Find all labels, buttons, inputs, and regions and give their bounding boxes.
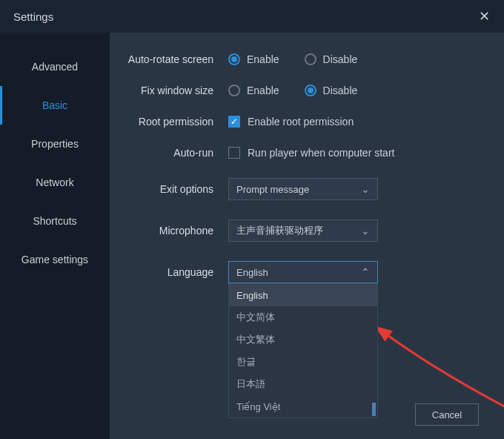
main-area: Advanced Basic Properties Network Shortc… <box>0 33 504 439</box>
tab-network[interactable]: Network <box>0 163 110 202</box>
radio-fix-window-enable[interactable]: Enable <box>228 85 279 96</box>
row-autorun: Auto-run Run player when computer start <box>117 147 479 159</box>
window-title: Settings <box>13 10 53 23</box>
tab-properties[interactable]: Properties <box>0 125 110 163</box>
titlebar: Settings ✕ <box>0 0 504 33</box>
content-panel: Auto-rotate screen Enable Disable Fix wi… <box>110 33 504 439</box>
checkbox-root[interactable]: ✓ Enable root permission <box>228 116 354 128</box>
radio-fix-window-disable[interactable]: Disable <box>305 85 358 96</box>
tab-game-settings[interactable]: Game settings <box>0 240 110 279</box>
lang-option-zh-simplified[interactable]: 中文简体 <box>229 306 377 329</box>
select-language[interactable]: English ⌃ <box>228 261 378 283</box>
select-microphone[interactable]: 主声音捕获驱动程序 ⌄ <box>228 220 378 242</box>
chevron-down-icon: ⌄ <box>361 183 370 195</box>
scrollbar[interactable] <box>372 403 376 416</box>
label-microphone: Microphone <box>117 225 228 237</box>
radio-icon <box>305 53 316 65</box>
tab-shortcuts[interactable]: Shortcuts <box>0 202 110 240</box>
row-language: Language English ⌃ English 中文简体 中文繁体 한글 … <box>117 261 479 283</box>
row-root: Root permission ✓ Enable root permission <box>117 116 479 128</box>
radio-auto-rotate-disable[interactable]: Disable <box>305 53 358 65</box>
lang-option-zh-traditional[interactable]: 中文繁体 <box>229 329 377 351</box>
select-exit-options[interactable]: Prompt message ⌄ <box>228 178 378 200</box>
radio-icon <box>228 53 240 65</box>
radio-icon <box>228 85 240 96</box>
checkbox-autorun[interactable]: Run player when computer start <box>228 147 394 159</box>
label-fix-window: Fix window size <box>117 85 228 96</box>
lang-option-korean[interactable]: 한글 <box>229 351 377 373</box>
lang-option-japanese[interactable]: 日本語 <box>229 373 377 395</box>
check-icon: ✓ <box>228 116 240 128</box>
chevron-down-icon: ⌄ <box>361 225 370 237</box>
label-language: Language <box>117 266 228 278</box>
tab-basic[interactable]: Basic <box>0 86 110 125</box>
check-icon <box>228 147 240 159</box>
row-exit: Exit options Prompt message ⌄ <box>117 178 479 200</box>
chevron-up-icon: ⌃ <box>361 266 370 278</box>
sidebar: Advanced Basic Properties Network Shortc… <box>0 33 110 439</box>
label-autorun: Auto-run <box>117 147 228 159</box>
label-root: Root permission <box>117 116 228 128</box>
row-fix-window: Fix window size Enable Disable <box>117 85 479 96</box>
footer: Cancel <box>415 403 479 426</box>
close-icon[interactable]: ✕ <box>477 10 491 23</box>
label-auto-rotate: Auto-rotate screen <box>117 53 228 65</box>
label-exit: Exit options <box>117 183 228 195</box>
lang-option-english[interactable]: English <box>229 284 377 306</box>
lang-option-vietnamese[interactable]: Tiếng Việt <box>229 395 377 417</box>
tab-advanced[interactable]: Advanced <box>0 47 110 86</box>
radio-auto-rotate-enable[interactable]: Enable <box>228 53 279 65</box>
row-auto-rotate: Auto-rotate screen Enable Disable <box>117 53 479 65</box>
row-microphone: Microphone 主声音捕获驱动程序 ⌄ <box>117 220 479 242</box>
language-dropdown: English 中文简体 中文繁体 한글 日本語 Tiếng Việt <box>228 283 378 418</box>
cancel-button[interactable]: Cancel <box>415 403 479 426</box>
radio-icon <box>305 85 316 96</box>
